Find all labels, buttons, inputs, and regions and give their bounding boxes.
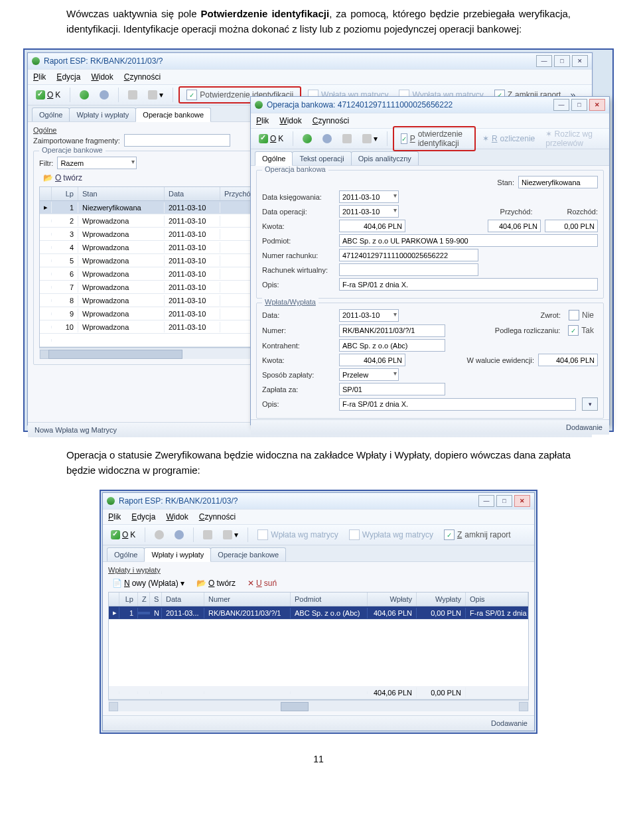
menu-plik[interactable]: Plik: [256, 116, 269, 125]
print-button[interactable]: ▾: [144, 88, 167, 102]
menu-widok[interactable]: Widok: [279, 116, 301, 125]
tab-wplaty[interactable]: Wpłaty i wypłaty: [69, 107, 136, 121]
btn-rozlicz-przelewow[interactable]: ✶ Rozlicz wg przelewów: [541, 128, 605, 149]
btn-nowy[interactable]: 📄 Nowy (Wpłata) ▾: [108, 577, 188, 590]
nav-button[interactable]: [96, 88, 113, 102]
input-kontrahent[interactable]: ABC Sp. z o.o (Abc): [339, 339, 445, 352]
input-opis2[interactable]: F-ra SP/01 z dnia X.: [339, 398, 576, 411]
input-kwota[interactable]: 404,06 PLN: [339, 220, 405, 232]
table-row[interactable]: ▸ 1 N 2011-03... RK/BANK/2011/03/?/1 ABC…: [109, 606, 528, 620]
check-wplata-matrycy[interactable]: Wpłata wg matrycy: [253, 528, 342, 541]
table-sum-row: 404,06 PLN 0,00 PLN: [109, 686, 528, 699]
plus-button[interactable]: [76, 88, 93, 102]
nav-button[interactable]: [318, 132, 336, 145]
check-wyplata-matrycy[interactable]: Wypłata wg matrycy: [345, 528, 437, 541]
input-zaplata-za[interactable]: SP/01: [339, 383, 445, 395]
input-numer[interactable]: RK/BANK/2011/03/?/1: [339, 324, 445, 337]
close-button[interactable]: ✕: [572, 55, 588, 67]
col-lp[interactable]: Lp: [52, 187, 78, 200]
menu-czynnosci[interactable]: Czynności: [313, 116, 349, 125]
h-scrollbar[interactable]: [108, 700, 529, 711]
minimize-button[interactable]: —: [553, 99, 569, 111]
minimize-button[interactable]: —: [536, 55, 552, 67]
input-waluta: 404,06 PLN: [538, 354, 598, 366]
maximize-button[interactable]: □: [571, 99, 587, 111]
col-s[interactable]: S: [150, 593, 162, 606]
input-nr-rachunku[interactable]: 47124012971111000025656222: [339, 249, 478, 261]
input-data[interactable]: 2011-03-10: [339, 309, 399, 322]
group-wplata[interactable]: Wpłata/Wypłata: [262, 298, 318, 306]
close-button[interactable]: ✕: [514, 495, 530, 507]
print-button[interactable]: ▾: [358, 132, 382, 145]
col-numer[interactable]: Numer: [204, 593, 291, 606]
input-rachunek-wirt[interactable]: [339, 263, 478, 276]
label-filtr: Filtr:: [39, 159, 53, 167]
link-wplaty[interactable]: Wpłaty i wypłaty: [108, 566, 529, 574]
ok-button[interactable]: OK: [255, 132, 287, 145]
col-lp[interactable]: Lp: [119, 593, 138, 606]
btn-rozliczenie[interactable]: ✶ Rozliczenie: [478, 133, 539, 145]
menu-widok[interactable]: Widok: [91, 72, 113, 82]
check-zamknij[interactable]: ✓Zamknij raport: [440, 528, 515, 541]
input-opis[interactable]: F-ra SP/01 z dnia X.: [339, 278, 598, 291]
tab-operacje[interactable]: Operacje bankowe: [210, 547, 286, 561]
menu-edycja[interactable]: Edycja: [131, 512, 155, 522]
ok-button[interactable]: OK: [32, 88, 64, 102]
check-potwierdzenie[interactable]: ✓Potwierdzenie identyfikacji: [397, 128, 472, 149]
col-podmiot[interactable]: Podmiot: [291, 593, 368, 606]
tab-opis-analityczny[interactable]: Opis analityczny: [351, 151, 419, 165]
dropdown-opis-icon[interactable]: ▾: [582, 397, 598, 411]
tab-tekst[interactable]: Tekst operacji: [292, 151, 351, 165]
col-data[interactable]: Data: [162, 593, 204, 606]
menu-czynnosci[interactable]: Czynności: [124, 72, 161, 82]
minimize-button[interactable]: —: [478, 495, 494, 507]
app-icon: [255, 101, 263, 109]
window-report-2: Raport ESP: RK/BANK/2011/03/? — □ ✕ Plik…: [102, 492, 535, 731]
label-data-operacji: Data operacji:: [262, 208, 335, 216]
toolbar: OK ▾ Wpłata wg matrycy Wypłata wg matryc…: [103, 525, 534, 545]
titlebar: Raport ESP: RK/BANK/2011/03/? — □ ✕: [28, 53, 592, 69]
cut-button[interactable]: [199, 528, 216, 541]
cut-button[interactable]: [124, 88, 141, 102]
col-z[interactable]: Z: [138, 593, 150, 606]
col-opis[interactable]: Opis: [466, 593, 528, 606]
label-kontrahent: Kontrahent:: [262, 342, 335, 350]
maximize-button[interactable]: □: [496, 495, 512, 507]
group-operacja: Operacja bankowa: [262, 166, 328, 173]
menu-widok[interactable]: Widok: [166, 512, 188, 522]
ok-button[interactable]: OK: [107, 528, 139, 541]
maximize-button[interactable]: □: [554, 55, 570, 67]
close-button[interactable]: ✕: [589, 99, 605, 111]
nav-button[interactable]: [171, 528, 188, 541]
plus-button[interactable]: [151, 528, 168, 541]
plus-button[interactable]: [299, 132, 316, 145]
tab-ogolne[interactable]: Ogólne: [107, 547, 145, 561]
tab-wplaty[interactable]: Wpłaty i wypłaty: [144, 547, 211, 562]
input-data-operacji[interactable]: 2011-03-10: [339, 205, 399, 218]
tab-row: Ogólne Tekst operacji Opis analityczny: [251, 149, 609, 166]
col-wplaty[interactable]: Wpłaty: [368, 593, 417, 606]
cut-button[interactable]: [338, 132, 356, 145]
input-sposob[interactable]: Przelew: [339, 368, 399, 381]
col-data[interactable]: Data: [165, 187, 220, 200]
check-podlega[interactable]: ✓Tak: [564, 324, 598, 337]
input-podmiot[interactable]: ABC Sp. z o.o UL PARKOWA 1 59-900: [339, 234, 598, 247]
menu-czynnosci[interactable]: Czynności: [199, 512, 236, 522]
tab-ogolne[interactable]: Ogólne: [255, 151, 293, 166]
menu-plik[interactable]: Plik: [33, 72, 46, 82]
col-stan[interactable]: Stan: [78, 187, 165, 200]
input-data-ksieg[interactable]: 2011-03-10: [339, 190, 399, 203]
btn-otworz[interactable]: 📂 Otwórz: [39, 171, 86, 184]
check-zwrot[interactable]: Nie: [565, 309, 598, 322]
tab-ogolne[interactable]: Ogólne: [32, 107, 70, 121]
menu-edycja[interactable]: Edycja: [56, 72, 80, 82]
col-wyplaty[interactable]: Wypłaty: [417, 593, 466, 606]
input-kwota2[interactable]: 404,06 PLN: [339, 354, 405, 366]
menu-plik[interactable]: Plik: [108, 512, 121, 522]
input-zaimportowane[interactable]: [124, 134, 230, 147]
tab-operacje[interactable]: Operacje bankowe: [135, 107, 211, 122]
btn-otworz[interactable]: 📂 Otwórz: [192, 577, 240, 590]
dropdown-filtr[interactable]: Razem: [57, 157, 137, 169]
print-button[interactable]: ▾: [219, 528, 242, 541]
btn-usun[interactable]: ✕ Usuń: [244, 577, 281, 590]
